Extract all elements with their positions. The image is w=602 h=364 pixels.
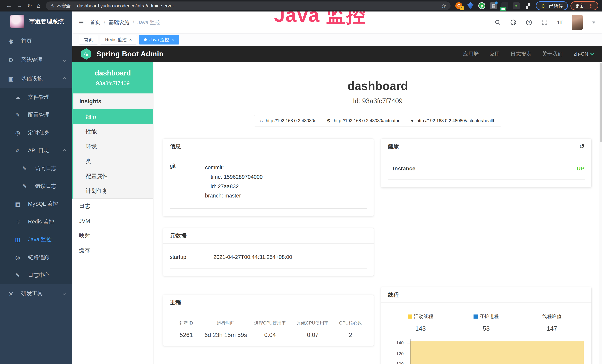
security-warning-icon: ⚠ <box>50 3 54 9</box>
hamburger-icon[interactable]: ≡ <box>79 18 84 27</box>
sidebar-item-infrastructure[interactable]: ▣ 基础设施 <box>0 69 72 88</box>
avatar-caret-icon[interactable] <box>592 21 595 23</box>
browser-reload-icon[interactable]: ↻ <box>27 2 32 9</box>
tab-redis-monitor[interactable]: Redis 监控 × <box>100 35 137 44</box>
sidebar-item-system[interactable]: ⚙ 系统管理 <box>0 50 72 69</box>
legend-value: 143 <box>388 325 453 332</box>
sidebar-item-config-manage[interactable]: ✎ 配置管理 <box>0 106 72 124</box>
history-icon[interactable]: ↺ <box>579 142 585 150</box>
sba-menu-metrics[interactable]: 性能 <box>74 124 153 139</box>
edit-icon: ✎ <box>14 112 21 118</box>
sidebar-item-devtools[interactable]: ⚒ 研发工具 <box>0 284 72 303</box>
info-card-body: git commit: time: 1596289704000 id: 27aa… <box>163 154 374 216</box>
content-scrollbar[interactable] <box>599 62 602 364</box>
health-row-instance: Instance UP <box>388 163 585 172</box>
extension-c-icon[interactable]: C1 <box>455 2 462 9</box>
log-icon: ✎ <box>21 183 28 190</box>
app-logo-image <box>10 15 24 28</box>
process-col-header: 进程ID <box>170 320 203 326</box>
sidebar-item-scheduled-jobs[interactable]: ◷ 定时任务 <box>0 124 72 142</box>
sba-nav-applications[interactable]: 应用 <box>489 50 500 57</box>
service-url-button[interactable]: ⌂ http://192.168.0.2:48080/ <box>254 115 321 127</box>
sidebar-item-api-logs[interactable]: ✐ API 日志 <box>0 142 72 160</box>
browser-back-icon[interactable]: ← <box>6 2 12 9</box>
browser-home-icon[interactable]: ⌂ <box>37 2 40 9</box>
insights-section: Insights 细节 性能 环境 类 配置属性 计划任务 <box>72 94 153 199</box>
paused-chip[interactable]: ☺ 已暂停 <box>536 1 568 10</box>
sba-nav-wallboard[interactable]: 应用墙 <box>463 50 479 57</box>
legend-label: 线程峰值 <box>542 313 562 320</box>
bookmark-star-icon[interactable]: ☆ <box>441 3 446 9</box>
tab-home[interactable]: 首页 <box>79 35 98 44</box>
sidebar-item-label: MySQL 监控 <box>28 200 58 208</box>
close-icon[interactable]: × <box>129 37 132 42</box>
locale-dropdown[interactable]: zh-CN <box>574 51 593 57</box>
sidebar-item-access-log[interactable]: ✎ 访问日志 <box>0 160 72 177</box>
extension-switch-icon[interactable]: on <box>501 2 508 9</box>
sba-app-header[interactable]: dashboard 93a3fc7f7409 <box>72 62 153 94</box>
app-logo[interactable]: 芋道管理系统 <box>0 11 72 32</box>
sba-menu-scheduled-tasks[interactable]: 计划任务 <box>74 183 153 198</box>
actuator-url-button[interactable]: ⚙ http://192.168.0.2:48080/actuator <box>321 115 405 127</box>
pencil-icon: ✎ <box>14 272 21 278</box>
legend-peak-threads: 线程峰值 147 <box>519 313 585 332</box>
extension-gem-icon[interactable] <box>467 2 474 9</box>
scrollbar-thumb[interactable] <box>600 63 602 142</box>
app-sidebar: 芋道管理系统 ◉ 首页 ⚙ 系统管理 ▣ 基础设施 ☁ 文件管理 <box>0 11 72 364</box>
extension-leaf-icon[interactable]: ❧ <box>513 2 520 9</box>
sba-menu-config-props[interactable]: 配置属性 <box>74 169 153 183</box>
browser-forward-icon[interactable]: → <box>17 2 22 9</box>
sidebar-item-home[interactable]: ◉ 首页 <box>0 32 72 50</box>
app-shell: 芋道管理系统 ◉ 首页 ⚙ 系统管理 ▣ 基础设施 ☁ 文件管理 <box>0 11 602 364</box>
health-card: 健康 ↺ Instance UP <box>381 139 591 187</box>
sba-menu-logs[interactable]: 日志 <box>72 199 153 214</box>
sba-menu-environment[interactable]: 环境 <box>74 139 153 154</box>
help-icon[interactable]: ? <box>525 19 533 26</box>
github-icon[interactable] <box>510 19 517 26</box>
user-avatar[interactable] <box>572 15 583 30</box>
security-warning-label[interactable]: 不安全 <box>57 3 71 9</box>
extensions-puzzle-icon[interactable]: ▞ <box>524 2 531 9</box>
sba-menu-caches[interactable]: 缓存 <box>72 243 153 258</box>
health-url-button[interactable]: ♥ http://192.168.0.2:48080/actuator/heal… <box>405 115 501 127</box>
pencil-icon: ✐ <box>14 147 21 154</box>
fullscreen-icon[interactable] <box>541 19 548 26</box>
sba-menu-classes[interactable]: 类 <box>74 154 153 169</box>
git-commit-line: commit: <box>205 163 367 172</box>
search-icon[interactable] <box>494 19 502 26</box>
font-size-icon[interactable]: tT <box>556 19 564 26</box>
page-url[interactable]: dashboard.yudao.iocoder.cn/infra/admin-s… <box>77 3 174 9</box>
legend-yellow-swatch <box>408 314 412 319</box>
sba-nav-journal[interactable]: 日志报表 <box>511 50 531 57</box>
sidebar-item-file-manage[interactable]: ☁ 文件管理 <box>0 88 72 106</box>
paused-label: 已暂停 <box>549 3 563 9</box>
sidebar-item-log-center[interactable]: ✎ 日志中心 <box>0 266 72 284</box>
sba-brand-title[interactable]: Spring Boot Admin <box>97 50 163 58</box>
browser-menu-icon[interactable]: ⋮ <box>588 3 594 9</box>
sidebar-item-error-log[interactable]: ✎ 错误日志 <box>0 177 72 195</box>
chevron-down-icon <box>63 292 66 295</box>
sidebar-item-redis-monitor[interactable]: ≋ Redis 监控 <box>0 213 72 231</box>
sidebar-item-tracing[interactable]: ◎ 链路追踪 <box>0 248 72 266</box>
update-button[interactable]: 更新 ⋮ <box>570 1 598 10</box>
metadata-row-startup: startup 2021-04-27T00:44:31.254+08:00 <box>170 252 367 260</box>
health-key: Instance <box>393 165 416 172</box>
info-key: git <box>170 163 205 201</box>
chevron-up-icon <box>63 149 66 152</box>
breadcrumb-home[interactable]: 首页 <box>90 19 100 26</box>
extension-y-icon[interactable]: y <box>478 2 485 9</box>
close-icon[interactable]: × <box>172 37 174 42</box>
sba-menu-mappings[interactable]: 映射 <box>72 228 153 243</box>
sidebar-item-mysql-monitor[interactable]: ▦ MySQL 监控 <box>0 195 72 213</box>
breadcrumb-infrastructure[interactable]: 基础设施 <box>108 19 129 26</box>
live-threads-area <box>410 341 584 364</box>
legend-daemon-threads: 守护进程 53 <box>453 313 519 332</box>
extension-grid-icon[interactable]: ▦ <box>490 2 497 9</box>
health-url: http://192.168.0.2:48080/actuator/health <box>417 118 495 123</box>
tab-java-monitor[interactable]: Java 监控 × <box>139 35 179 44</box>
sba-menu-details[interactable]: 细节 <box>72 109 153 124</box>
sidebar-item-java-monitor[interactable]: ◫ Java 监控 <box>0 231 72 248</box>
address-bar[interactable]: ⚠ 不安全 dashboard.yudao.iocoder.cn/infra/a… <box>46 1 451 10</box>
sba-menu-jvm[interactable]: JVM <box>72 214 153 228</box>
sba-nav-about[interactable]: 关于我们 <box>542 50 563 57</box>
